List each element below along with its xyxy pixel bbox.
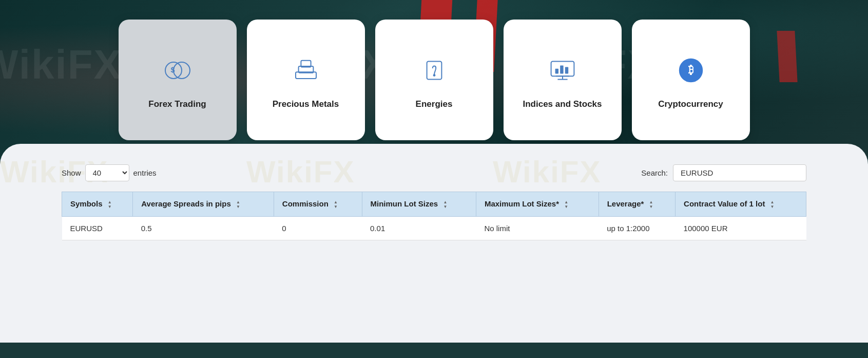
data-table: Symbols ▲ ▼ Average Spreads in pips ▲ ▼ … <box>62 192 806 240</box>
spreads-sort: ▲ ▼ <box>236 200 240 209</box>
col-spreads[interactable]: Average Spreads in pips ▲ ▼ <box>133 192 274 217</box>
contract-sort: ▲ ▼ <box>770 200 775 209</box>
hero-section: WikiFX WikiFX WikiFX $ Forex Trading <box>0 0 868 159</box>
crypto-label: Cryptocurrency <box>658 99 723 109</box>
symbols-sort: ▲ ▼ <box>108 200 112 209</box>
energies-label: Energies <box>416 99 453 109</box>
cell-max-lot: No limit <box>476 216 599 240</box>
category-cards: $ Forex Trading Precious Metals <box>88 20 781 140</box>
search-label: Search: <box>641 168 668 177</box>
metals-label: Precious Metals <box>273 99 339 109</box>
forex-icon: $ <box>157 50 198 91</box>
leverage-sort: ▲ ▼ <box>649 200 653 209</box>
svg-rect-13 <box>560 65 563 73</box>
category-card-forex[interactable]: $ Forex Trading <box>119 20 237 140</box>
table-row: EURUSD 0.5 0 0.01 No limit up to 1:2000 … <box>62 216 806 240</box>
cell-contract: 100000 EUR <box>676 216 806 240</box>
category-card-metals[interactable]: Precious Metals <box>247 20 365 140</box>
cell-commission: 0 <box>274 216 362 240</box>
col-commission[interactable]: Commission ▲ ▼ <box>274 192 362 217</box>
content-area: WikiFX WikiFX WikiFX Show 10 25 40 100 e… <box>0 144 868 343</box>
entries-label: entries <box>133 168 157 177</box>
search-input[interactable] <box>673 164 806 181</box>
cell-leverage: up to 1:2000 <box>599 216 675 240</box>
cell-symbols: EURUSD <box>62 216 133 240</box>
max-lot-sort: ▲ ▼ <box>564 200 568 209</box>
col-min-lot[interactable]: Minimun Lot Sizes ▲ ▼ <box>362 192 476 217</box>
entries-select[interactable]: 10 25 40 100 <box>85 164 129 181</box>
col-max-lot[interactable]: Maximum Lot Sizes* ▲ ▼ <box>476 192 599 217</box>
svg-rect-14 <box>565 67 568 74</box>
crypto-icon: ₿ <box>670 50 711 91</box>
min-lot-sort: ▲ ▼ <box>443 200 447 209</box>
table-body: EURUSD 0.5 0 0.01 No limit up to 1:2000 … <box>62 216 806 240</box>
forex-label: Forex Trading <box>148 99 206 109</box>
cell-spreads: 0.5 <box>133 216 274 240</box>
table-header: Symbols ▲ ▼ Average Spreads in pips ▲ ▼ … <box>62 192 806 217</box>
commission-sort: ▲ ▼ <box>334 200 338 209</box>
category-card-crypto[interactable]: ₿ Cryptocurrency <box>632 20 750 140</box>
energies-icon <box>414 50 455 91</box>
category-card-indices[interactable]: Indices and Stocks <box>504 20 622 140</box>
svg-text:$: $ <box>170 66 175 74</box>
search-area: Search: <box>641 164 806 181</box>
cell-min-lot: 0.01 <box>362 216 476 240</box>
svg-text:₿: ₿ <box>688 64 693 76</box>
category-card-energies[interactable]: Energies <box>375 20 493 140</box>
indices-label: Indices and Stocks <box>523 99 602 109</box>
svg-rect-12 <box>555 69 558 74</box>
indices-icon <box>542 50 583 91</box>
show-entries-group: Show 10 25 40 100 entries <box>62 164 157 181</box>
table-controls: Show 10 25 40 100 entries Search: <box>62 164 806 181</box>
col-symbols[interactable]: Symbols ▲ ▼ <box>62 192 133 217</box>
svg-point-7 <box>433 74 435 77</box>
svg-rect-6 <box>427 61 441 79</box>
show-label: Show <box>62 168 81 177</box>
col-leverage[interactable]: Leverage* ▲ ▼ <box>599 192 675 217</box>
metals-icon <box>285 50 326 91</box>
col-contract[interactable]: Contract Value of 1 lot ▲ ▼ <box>676 192 806 217</box>
